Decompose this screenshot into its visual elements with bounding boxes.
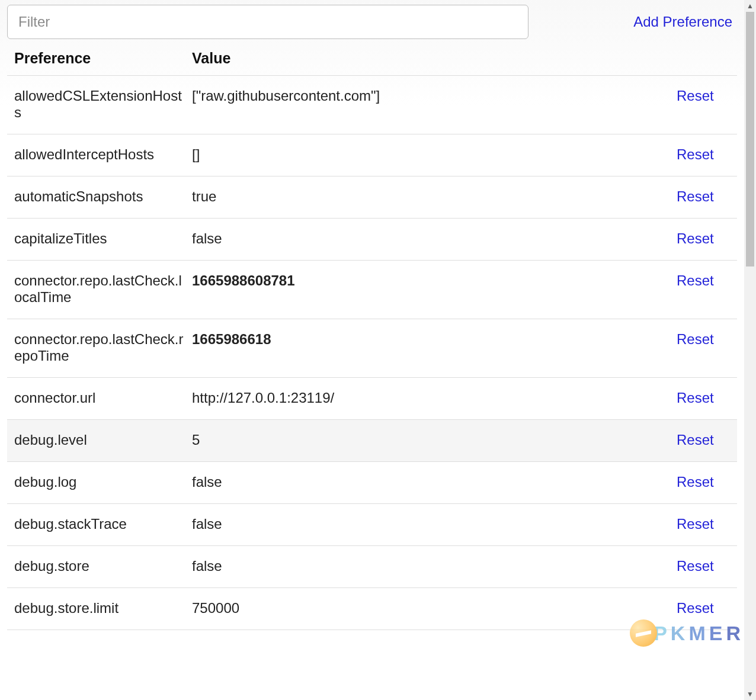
reset-button[interactable]: Reset [677,146,730,163]
reset-button[interactable]: Reset [677,88,730,104]
vertical-scrollbar[interactable]: ▲ ▼ [744,0,756,700]
preference-value[interactable]: 1665988608781 [192,272,677,289]
table-row[interactable]: debug.store.limit750000Reset [7,588,737,630]
preference-value[interactable]: [] [192,146,677,163]
preference-value[interactable]: 1665986618 [192,331,677,348]
table-row[interactable]: debug.stackTracefalseReset [7,504,737,546]
table-row[interactable]: allowedCSLExtensionHosts["raw.githubuser… [7,76,737,134]
filter-input[interactable] [7,5,528,39]
table-header: Preference Value [7,44,737,76]
preference-value[interactable]: 750000 [192,600,677,616]
preferences-table: Preference Value allowedCSLExtensionHost… [7,44,737,630]
preference-value[interactable]: ["raw.githubusercontent.com"] [192,88,677,104]
column-header-preference: Preference [14,50,192,67]
preference-name: debug.stackTrace [14,516,192,532]
preference-name: connector.repo.lastCheck.repoTime [14,331,192,364]
reset-button[interactable]: Reset [677,390,730,406]
preference-name: debug.store.limit [14,600,192,616]
table-row[interactable]: debug.logfalseReset [7,462,737,504]
reset-button[interactable]: Reset [677,600,730,616]
reset-button[interactable]: Reset [677,230,730,247]
reset-button[interactable]: Reset [677,474,730,490]
table-row[interactable]: connector.repo.lastCheck.repoTime1665986… [7,319,737,378]
preference-value[interactable]: false [192,474,677,490]
preference-name: connector.url [14,390,192,406]
preference-value[interactable]: false [192,516,677,532]
preference-name: capitalizeTitles [14,230,192,247]
reset-button[interactable]: Reset [677,432,730,448]
preference-value[interactable]: false [192,558,677,574]
reset-button[interactable]: Reset [677,558,730,574]
reset-button[interactable]: Reset [677,516,730,532]
add-preference-button[interactable]: Add Preference [633,14,737,30]
preference-name: debug.log [14,474,192,490]
top-bar: Add Preference [7,5,737,39]
preference-name: debug.store [14,558,192,574]
table-row[interactable]: automaticSnapshotstrueReset [7,176,737,219]
preference-name: connector.repo.lastCheck.localTime [14,272,192,306]
preference-name: automaticSnapshots [14,188,192,205]
table-row[interactable]: capitalizeTitlesfalseReset [7,219,737,261]
scroll-track[interactable] [744,12,756,688]
reset-button[interactable]: Reset [677,188,730,205]
preference-name: debug.level [14,432,192,448]
reset-button[interactable]: Reset [677,272,730,289]
table-row[interactable]: debug.storefalseReset [7,546,737,588]
scroll-down-arrow-icon[interactable]: ▼ [744,688,756,700]
preference-value[interactable]: true [192,188,677,205]
preference-name: allowedCSLExtensionHosts [14,88,192,121]
preference-value[interactable]: false [192,230,677,247]
table-row[interactable]: allowedInterceptHosts[]Reset [7,134,737,176]
table-row[interactable]: debug.level5Reset [7,420,737,462]
column-header-value: Value [192,50,677,67]
preference-value[interactable]: http://127.0.0.1:23119/ [192,390,677,406]
preference-name: allowedInterceptHosts [14,146,192,163]
table-row[interactable]: connector.repo.lastCheck.localTime166598… [7,261,737,319]
scroll-thumb[interactable] [746,12,754,266]
scroll-up-arrow-icon[interactable]: ▲ [744,0,756,12]
table-row[interactable]: connector.urlhttp://127.0.0.1:23119/Rese… [7,378,737,420]
reset-button[interactable]: Reset [677,331,730,348]
preference-value[interactable]: 5 [192,432,677,448]
